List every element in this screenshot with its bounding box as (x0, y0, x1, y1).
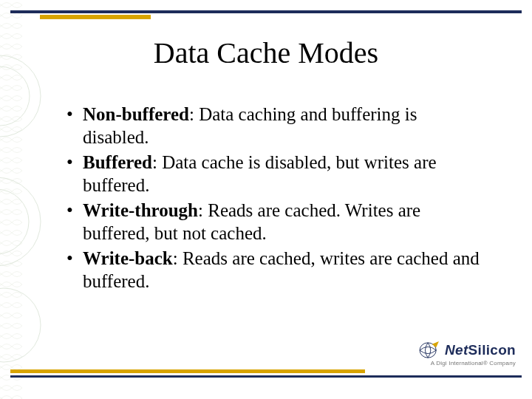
bullet-term: Non-buffered (83, 104, 189, 124)
bottom-rule (10, 375, 522, 378)
list-item: Write-back: Reads are cached, writes are… (66, 248, 488, 293)
svg-point-5 (0, 288, 41, 362)
bottom-rule-accent (10, 369, 365, 373)
list-item: Non-buffered: Data caching and buffering… (66, 103, 488, 149)
brand-name: NetSilicon (445, 342, 516, 358)
brand-tagline: A Digi International® Company (431, 360, 516, 366)
brand-logo-row: NetSilicon (418, 341, 516, 359)
svg-point-4 (0, 189, 29, 254)
bullet-term: Write-back (83, 248, 173, 268)
bullet-term: Buffered (83, 152, 152, 172)
bullet-term: Write-through (83, 200, 198, 220)
globe-icon (418, 341, 440, 359)
top-rule-accent (40, 15, 151, 19)
list-item: Buffered: Data cache is disabled, but wr… (66, 151, 488, 197)
svg-point-3 (0, 177, 41, 266)
slide-content: Non-buffered: Data caching and buffering… (66, 103, 488, 296)
brand-name-a: Net (445, 342, 468, 358)
brand-name-b: Silicon (468, 342, 516, 358)
top-rule (10, 10, 522, 13)
bullet-list: Non-buffered: Data caching and buffering… (66, 103, 488, 293)
list-item: Write-through: Reads are cached. Writes … (66, 200, 488, 245)
svg-point-2 (0, 66, 30, 126)
slide-title: Data Cache Modes (0, 35, 532, 70)
brand-logo: NetSilicon A Digi International® Company (418, 341, 516, 366)
